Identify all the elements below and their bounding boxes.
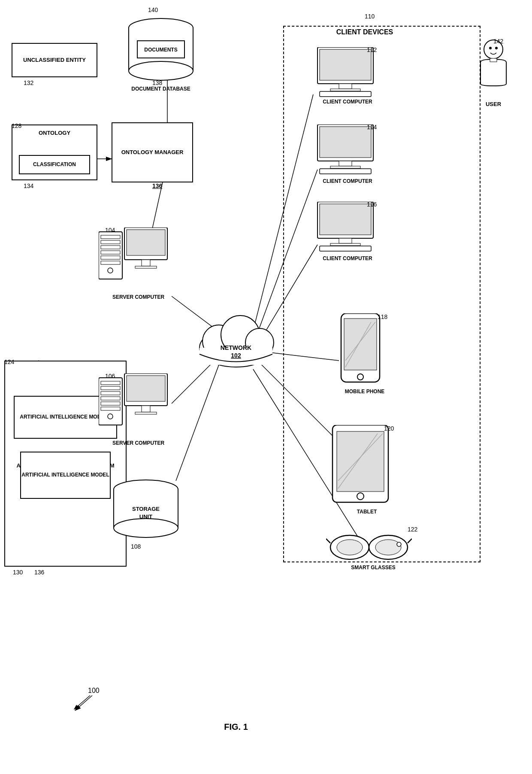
svg-text:NETWORK: NETWORK [221, 344, 251, 351]
ref-110: 110 [365, 13, 375, 20]
svg-rect-23 [127, 230, 165, 255]
client-computer-112-label: CLIENT COMPUTER [313, 99, 382, 106]
ref-112: 112 [367, 46, 377, 53]
user-figure-142 [472, 39, 515, 99]
ontology-manager-box: ONTOLOGY MANAGER [112, 122, 193, 182]
tablet-120 [330, 425, 390, 507]
svg-text:102: 102 [231, 352, 241, 359]
svg-text:DOCUMENTS: DOCUMENTS [144, 47, 177, 53]
ref-138: 138 [152, 79, 162, 86]
classification-inner-box: CLASSIFICATION [19, 155, 90, 174]
document-database-cylinder: DOCUMENTS [124, 13, 197, 86]
svg-rect-75 [320, 246, 371, 251]
svg-rect-63 [339, 84, 352, 89]
ref-134: 134 [24, 182, 33, 189]
ontology-outer-box: ONTOLOGY CLASSIFICATION [12, 124, 97, 180]
svg-line-98 [75, 695, 92, 710]
ref-136-ontology: 136 [152, 182, 162, 189]
svg-rect-97 [490, 58, 497, 62]
server-computer-104 [99, 228, 172, 292]
diagram-container: UNCLASSIFIED ENTITY 132 ONTOLOGY CLASSIF… [0, 0, 532, 774]
classification-label: CLASSIFICATION [33, 161, 76, 168]
ref-132: 132 [24, 79, 33, 86]
smart-glasses-122 [326, 528, 412, 562]
ref-128: 128 [12, 122, 21, 129]
server-computer-104-label: SERVER COMPUTER [103, 294, 174, 301]
unclassified-entity-label: UNCLASSIFIED ENTITY [23, 57, 86, 64]
svg-point-93 [397, 542, 401, 546]
ref-118: 118 [378, 313, 387, 320]
ontology-label: ONTOLOGY [17, 130, 92, 137]
svg-point-95 [489, 47, 492, 49]
svg-line-100 [74, 695, 90, 709]
ref-120: 120 [384, 425, 394, 432]
storage-unit-cylinder: STORAGE UNIT [109, 477, 182, 541]
tablet-label: TABLET [341, 509, 393, 516]
svg-rect-37 [135, 412, 157, 414]
ref-106: 106 [105, 373, 115, 379]
fig-label: FIG. 1 [193, 721, 279, 732]
ai-model-label: ARTIFICIAL INTELLIGENCE MODEL [21, 472, 109, 479]
ref-100: 100 [88, 687, 100, 695]
user-label: USER [476, 101, 511, 108]
svg-rect-24 [142, 260, 150, 266]
svg-line-90 [408, 539, 412, 543]
svg-rect-72 [320, 204, 371, 235]
unclassified-entity-box: UNCLASSIFIED ENTITY [12, 43, 97, 77]
svg-rect-35 [127, 376, 165, 401]
svg-rect-73 [339, 238, 352, 243]
ref-124: 124 [4, 358, 14, 365]
mobile-phone-label: MOBILE PHONE [330, 389, 399, 395]
client-computer-114 [313, 124, 378, 176]
svg-rect-25 [135, 266, 157, 268]
mobile-phone-118 [339, 313, 382, 386]
ref-142: 142 [493, 38, 503, 45]
client-devices-label: CLIENT DEVICES [300, 28, 429, 37]
svg-rect-69 [330, 166, 360, 168]
svg-line-89 [326, 539, 330, 543]
svg-text:UNIT: UNIT [139, 513, 152, 520]
ai-models-label: ARTIFICIAL INTELLIGENCE MODELS [20, 414, 111, 421]
svg-rect-82 [337, 431, 384, 492]
svg-rect-36 [142, 406, 150, 412]
ref-104: 104 [105, 227, 115, 234]
ref-100-label [66, 691, 101, 719]
ref-136-ai: 136 [34, 569, 44, 576]
document-database-label: DOCUMENT DATABASE [124, 86, 197, 93]
server-computer-106 [99, 373, 172, 438]
ref-108: 108 [131, 543, 141, 550]
client-computer-116-label: CLIENT COMPUTER [313, 255, 382, 262]
svg-line-4 [176, 365, 219, 481]
svg-rect-70 [320, 169, 371, 174]
svg-point-96 [495, 47, 498, 49]
svg-rect-62 [320, 49, 371, 80]
svg-point-92 [375, 540, 401, 555]
svg-point-50 [114, 519, 178, 537]
client-computer-114-label: CLIENT COMPUTER [313, 178, 382, 185]
ref-116: 116 [367, 201, 377, 208]
ai-model-box: ARTIFICIAL INTELLIGENCE MODEL [20, 452, 111, 499]
client-computer-116 [313, 202, 378, 253]
svg-rect-67 [320, 127, 371, 158]
svg-rect-68 [339, 161, 352, 166]
server-computer-106-label: SERVER COMPUTER [103, 440, 174, 447]
svg-text:STORAGE: STORAGE [132, 506, 160, 512]
ref-130: 130 [13, 569, 23, 576]
ref-140: 140 [148, 6, 158, 13]
network-cloud: NETWORK 102 [193, 309, 279, 373]
svg-rect-65 [320, 91, 371, 97]
svg-point-19 [129, 61, 193, 80]
ref-114: 114 [367, 124, 377, 131]
ref-122: 122 [408, 526, 417, 533]
svg-point-91 [337, 540, 363, 555]
ontology-manager-label: ONTOLOGY MANAGER [121, 149, 184, 156]
svg-rect-74 [330, 243, 360, 246]
client-computer-112 [313, 47, 378, 99]
svg-rect-64 [330, 89, 360, 91]
smart-glasses-label: SMART GLASSES [339, 565, 408, 571]
